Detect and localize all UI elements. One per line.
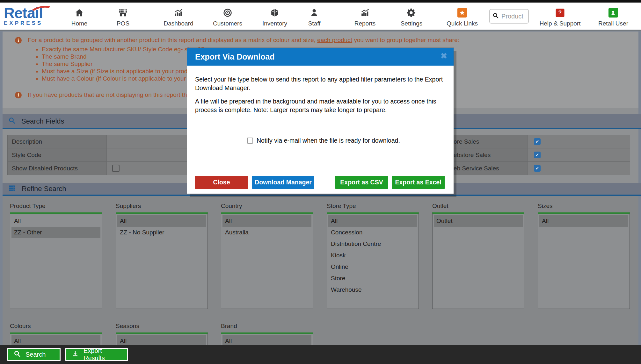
unchecked-checkbox[interactable] [112, 165, 120, 172]
modal-title: Export Via Download [187, 48, 454, 66]
logo-swoosh [31, 4, 51, 12]
section-title: Search Fields [21, 117, 64, 125]
checked-checkbox[interactable] [534, 152, 541, 158]
listbox-country[interactable]: AllAustralia [221, 212, 313, 309]
filter-label: Outlet [432, 203, 524, 210]
close-button[interactable]: Close [195, 176, 248, 189]
modal-header: Export Via Download ✖ [187, 48, 454, 66]
list-option[interactable]: Kiosk [328, 250, 417, 261]
list-option[interactable]: ZZ - No Supplier [117, 227, 206, 238]
export-results-button[interactable]: Export Results [65, 348, 128, 361]
filter-sizes: Sizes All [538, 203, 630, 309]
nav-item-label: Staff [308, 20, 321, 27]
star-icon [457, 8, 467, 18]
filter-label: Brand [221, 323, 313, 330]
list-option[interactable]: Outlet [434, 215, 523, 227]
listbox-outlet[interactable]: Outlet [432, 212, 524, 309]
list-option[interactable]: Warehouse [328, 284, 417, 296]
export-excel-button[interactable]: Export as Excel [392, 176, 445, 189]
notice-bullet: Must have a Size (if Size is not applica… [42, 68, 204, 75]
retail-express-app: Retail EXPRESS Home POS Dashboard [0, 0, 641, 364]
nav-item-pos[interactable]: POS [117, 8, 129, 27]
nav-item-inventory[interactable]: Inventory [262, 8, 287, 27]
nav-item-dashboard[interactable]: Dashboard [164, 8, 193, 27]
list-option[interactable]: All [539, 215, 628, 227]
bar-chart-icon [360, 8, 370, 18]
nav-item-reports[interactable]: Reports [354, 8, 376, 27]
section-title: Refine Search [22, 185, 66, 193]
close-icon[interactable]: ✖ [441, 51, 447, 61]
export-csv-button[interactable]: Export as CSV [335, 176, 388, 189]
nav-item-label: Help & Support [540, 20, 581, 27]
checked-checkbox[interactable] [534, 165, 541, 172]
search-icon [492, 12, 499, 20]
filter-outlet: Outlet Outlet [432, 203, 524, 309]
listbox-store-type[interactable]: AllConcessionDistribution CentreKioskOnl… [327, 212, 419, 309]
filter-label: Country [221, 203, 313, 210]
notice-grouping: i For a product to be grouped with anoth… [15, 37, 621, 44]
listbox-sizes[interactable]: All [538, 212, 630, 309]
modal-paragraph-2: A file will be prepared in the backgroun… [195, 97, 455, 114]
nav-item-staff[interactable]: Staff [308, 8, 321, 27]
product-search-input[interactable] [501, 12, 527, 20]
list-option[interactable]: All [11, 215, 100, 227]
webstore-sales-checkbox-cell[interactable] [528, 148, 630, 162]
notice-bullet: Must have a Colour (if Colour is not app… [42, 75, 204, 82]
bar-chart-icon [174, 8, 183, 18]
notify-email-label: Notify via e-mail when the file is ready… [257, 137, 400, 144]
nav-item-home[interactable]: Home [71, 8, 88, 27]
checked-checkbox[interactable] [534, 138, 541, 145]
retail-express-logo[interactable]: Retail EXPRESS [4, 6, 58, 27]
filter-product-type: Product Type AllZZ - Other [10, 203, 102, 309]
notice-text: For a product to be grouped with another… [28, 37, 459, 44]
nav-item-label: POS [117, 20, 129, 27]
filter-label: Store Type [327, 203, 419, 210]
nav-item-settings[interactable]: Settings [401, 8, 423, 27]
top-nav-bar: Retail EXPRESS Home POS Dashboard [0, 3, 641, 31]
web-service-sales-checkbox-cell[interactable] [528, 162, 630, 175]
nav-item-label: Reports [354, 20, 376, 27]
list-option[interactable]: Australia [222, 227, 311, 238]
info-icon: i [15, 37, 22, 44]
list-option[interactable]: All [328, 215, 417, 227]
nav-item-quick-links[interactable]: Quick Links [447, 8, 478, 27]
filter-label: Suppliers [116, 203, 208, 210]
list-option[interactable]: ZZ - Other [11, 227, 100, 238]
info-icon: i [15, 92, 22, 98]
nav-item-label: Home [71, 20, 88, 27]
filter-store-type: Store Type AllConcessionDistribution Cen… [327, 203, 419, 309]
nav-item-label: Inventory [262, 20, 287, 27]
search-button[interactable]: Search [7, 348, 61, 361]
list-option[interactable]: Distribution Centre [328, 238, 417, 250]
download-icon [72, 350, 79, 359]
filter-label: Product Type [10, 203, 102, 210]
list-option[interactable]: All [222, 215, 311, 227]
notice-bullet: The same Supplier [42, 60, 204, 68]
search-icon [14, 350, 21, 359]
download-manager-button[interactable]: Download Manager [252, 176, 314, 189]
field-label-style-code: Style Code [8, 148, 107, 162]
product-search-box[interactable] [489, 9, 529, 24]
action-bar: Search Export Results [0, 345, 641, 364]
top-strip [0, 0, 641, 3]
store-sales-checkbox-cell[interactable] [528, 135, 630, 148]
notify-email-checkbox[interactable] [247, 138, 253, 144]
home-icon [75, 8, 84, 18]
listbox-product-type[interactable]: AllZZ - Other [10, 212, 102, 309]
list-option[interactable]: Concession [328, 227, 417, 238]
field-label-show-disabled: Show Disabled Products [8, 162, 107, 175]
listbox-suppliers[interactable]: AllZZ - No Supplier [116, 212, 208, 309]
notice-text: If you have products that are not displa… [28, 91, 197, 98]
storefront-icon [118, 8, 128, 18]
logo-text-express: EXPRESS [4, 20, 58, 27]
nav-item-label: Customers [213, 20, 242, 27]
notice-bullet-list: Exactly the same Manufacturer SKU/ Style… [33, 46, 204, 82]
nav-item-help-support[interactable]: ? Help & Support [540, 8, 581, 27]
nav-item-customers[interactable]: Customers [213, 8, 242, 27]
filter-label: Seasons [116, 323, 208, 330]
nav-item-retail-user[interactable]: Retail User [598, 8, 628, 27]
list-option[interactable]: Online [328, 261, 417, 273]
filter-list-icon [8, 184, 16, 193]
list-option[interactable]: All [117, 215, 206, 227]
list-option[interactable]: Store [328, 273, 417, 284]
